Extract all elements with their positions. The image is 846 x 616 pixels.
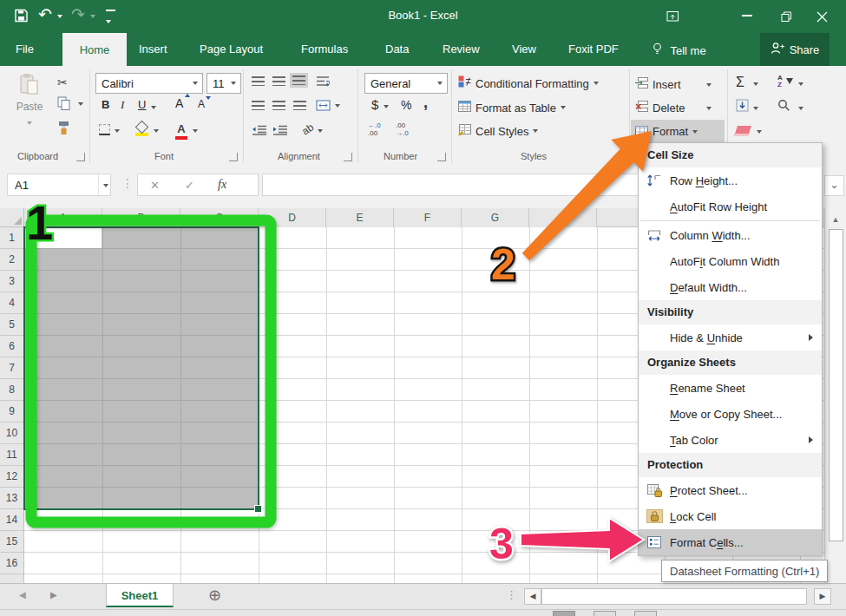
autosum-icon[interactable]: Σ — [736, 75, 744, 90]
view-page-layout-button[interactable] — [594, 611, 616, 616]
tell-me-box[interactable]: Tell me — [653, 43, 706, 58]
wrap-text-icon[interactable] — [316, 75, 330, 90]
row-header-5[interactable]: 5 — [0, 314, 23, 336]
menu-item-autofit-column-width[interactable]: AutoFit Column Width — [639, 248, 822, 274]
insert-function-icon[interactable]: fx — [218, 178, 226, 192]
column-header-G[interactable]: G — [462, 208, 529, 227]
sheet-nav-left-icon[interactable]: ◀ — [19, 590, 26, 600]
align-left-icon[interactable] — [252, 101, 265, 110]
delete-cells-button[interactable]: Delete — [635, 100, 685, 115]
find-select-dropdown-icon[interactable] — [798, 107, 803, 110]
underline-button[interactable]: U — [138, 98, 146, 111]
row-header-8[interactable]: 8 — [0, 379, 23, 401]
view-page-break-button[interactable] — [634, 611, 657, 616]
conditional-formatting-button[interactable]: Conditional Formatting — [458, 75, 599, 91]
menu-item-move-copy-sheet[interactable]: Move or Copy Sheet... — [639, 401, 822, 427]
vertical-scroll-thumb[interactable] — [829, 229, 843, 541]
merge-center-dropdown-icon[interactable] — [335, 104, 340, 108]
column-header-H[interactable]: H — [529, 208, 597, 227]
align-right-icon[interactable] — [293, 101, 306, 110]
row-header-2[interactable]: 2 — [0, 249, 23, 271]
sheet-tab-sheet1[interactable]: Sheet1 — [106, 584, 174, 607]
column-header-D[interactable]: D — [259, 208, 326, 227]
delete-dropdown-icon[interactable] — [706, 107, 712, 110]
insert-dropdown-icon[interactable] — [706, 83, 712, 87]
name-box[interactable]: A1 — [7, 174, 111, 196]
accounting-dropdown-icon[interactable] — [384, 105, 389, 108]
menu-item-tab-color[interactable]: Tab Color — [639, 427, 822, 453]
menu-item-lock-cell[interactable]: Lock Cell — [639, 503, 822, 529]
menu-item-default-width[interactable]: Default Width... — [639, 274, 822, 300]
decrease-indent-icon[interactable] — [252, 123, 267, 139]
horizontal-scroll-thumb[interactable] — [541, 588, 807, 605]
insert-cells-button[interactable]: Insert — [635, 76, 681, 92]
tab-home[interactable]: Home — [62, 33, 127, 66]
italic-button[interactable]: I — [121, 98, 124, 112]
paste-button[interactable]: Paste — [7, 73, 52, 142]
font-size-combobox[interactable]: 11 — [207, 73, 241, 94]
underline-dropdown-icon[interactable] — [151, 106, 156, 109]
cancel-icon[interactable]: ✕ — [150, 179, 160, 192]
sheet-nav-right-icon[interactable]: ▶ — [50, 590, 57, 600]
menu-item-autofit-row-height[interactable]: AutoFit Row Height — [639, 193, 822, 220]
shrink-font-button[interactable]: A — [198, 98, 205, 110]
row-header-4[interactable]: 4 — [0, 292, 23, 314]
grow-font-button[interactable]: A — [175, 96, 183, 110]
cell-styles-button[interactable]: Cell Styles — [458, 123, 538, 139]
expand-formula-bar-icon[interactable]: ⌄ — [824, 175, 844, 196]
borders-dropdown-icon[interactable] — [115, 129, 120, 133]
tab-formulas[interactable]: Formulas — [301, 43, 348, 56]
clipboard-dialog-launcher[interactable] — [76, 153, 85, 161]
middle-align-icon[interactable] — [272, 76, 285, 86]
enter-icon[interactable]: ✓ — [185, 179, 194, 192]
format-button[interactable]: Format — [631, 120, 725, 143]
bottom-align-icon[interactable] — [290, 73, 308, 88]
tab-insert[interactable]: Insert — [139, 43, 167, 56]
fill-down-icon[interactable] — [736, 99, 749, 115]
autosum-dropdown-icon[interactable] — [753, 82, 758, 86]
cut-icon[interactable]: ✂ — [57, 75, 68, 89]
merge-center-icon[interactable] — [316, 99, 331, 115]
font-color-dropdown-icon[interactable] — [193, 129, 198, 133]
hscroll-left-button[interactable]: ◀ — [524, 588, 541, 605]
column-header-B[interactable]: B — [102, 208, 180, 227]
clear-dropdown-icon[interactable] — [757, 130, 762, 134]
tab-review[interactable]: Review — [443, 43, 480, 56]
number-dialog-launcher[interactable] — [437, 153, 446, 161]
increase-decimal-icon[interactable]: ←.0 .00 — [368, 121, 381, 137]
fill-handle[interactable] — [254, 505, 262, 513]
share-button[interactable]: Share — [760, 33, 830, 66]
format-as-table-button[interactable]: Format as Table — [458, 100, 566, 115]
minimize-button[interactable] — [742, 15, 752, 16]
tab-data[interactable]: Data — [385, 43, 409, 56]
find-select-icon[interactable] — [777, 99, 790, 115]
format-painter-icon[interactable] — [57, 121, 70, 139]
tab-foxit-pdf[interactable]: Foxit PDF — [568, 43, 619, 56]
percent-style-icon[interactable]: % — [401, 98, 411, 112]
hscroll-right-button[interactable]: ▶ — [814, 588, 831, 605]
copy-icon[interactable] — [57, 96, 71, 115]
scroll-up-icon[interactable]: ▲ — [825, 208, 846, 224]
comma-style-icon[interactable]: , — [423, 94, 428, 112]
tab-file[interactable]: File — [16, 43, 34, 56]
new-sheet-icon[interactable]: ⊕ — [208, 586, 221, 605]
close-button[interactable] — [816, 10, 828, 26]
row-header-6[interactable]: 6 — [0, 336, 23, 357]
column-header-C[interactable]: C — [180, 208, 259, 227]
increase-indent-icon[interactable] — [272, 123, 288, 139]
name-box-dropdown-icon[interactable] — [103, 184, 108, 187]
borders-icon[interactable] — [99, 124, 110, 135]
row-header-11[interactable]: 11 — [0, 444, 23, 466]
bold-button[interactable]: B — [102, 98, 109, 111]
sort-filter-dropdown-icon[interactable] — [798, 82, 803, 86]
menu-item-column-width[interactable]: Column Width... — [639, 222, 822, 248]
decrease-decimal-icon[interactable]: .00 →.0 — [396, 121, 409, 137]
row-header-7[interactable]: 7 — [0, 357, 23, 379]
row-header-16[interactable]: 16 — [0, 553, 23, 574]
view-normal-button[interactable] — [553, 611, 575, 616]
column-header-E[interactable]: E — [326, 208, 394, 227]
copy-dropdown-icon[interactable] — [78, 102, 83, 106]
ribbon-display-options-icon[interactable] — [666, 10, 679, 26]
menu-item-rename-sheet[interactable]: Rename Sheet — [639, 375, 822, 401]
restore-button[interactable] — [781, 10, 792, 26]
